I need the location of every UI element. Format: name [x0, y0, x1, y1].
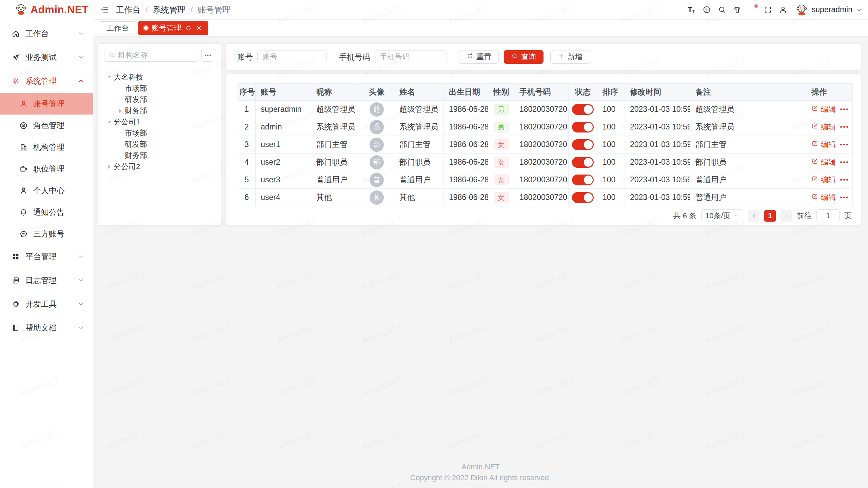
edit-button[interactable]: 编辑: [811, 122, 836, 132]
sidebar-item-label: 业务测试: [25, 52, 77, 63]
navbar-left: 工作台/系统管理/账号管理: [100, 4, 230, 15]
edit-icon: [811, 105, 818, 114]
status-toggle[interactable]: [572, 175, 594, 185]
cell-actions: 编辑: [806, 136, 853, 154]
avatar: 部: [370, 155, 384, 169]
more-actions-button[interactable]: [840, 197, 848, 198]
page-size-select[interactable]: 10条/页: [701, 209, 743, 222]
sidebar-item-workbench[interactable]: 工作台: [0, 22, 93, 45]
tab-close-icon[interactable]: [196, 25, 202, 32]
sidebar-item-account-mgmt[interactable]: 账号管理: [0, 93, 93, 115]
edit-button[interactable]: 编辑: [811, 175, 836, 185]
reset-button[interactable]: 重置: [459, 50, 499, 64]
edit-icon: [811, 158, 818, 167]
account-input[interactable]: [257, 50, 327, 63]
next-page-button[interactable]: [781, 210, 792, 222]
status-toggle[interactable]: [572, 139, 594, 150]
cell-account: user4: [256, 189, 311, 206]
status-toggle[interactable]: [572, 122, 594, 133]
tree-node[interactable]: 大名科技: [104, 72, 214, 83]
page-number-1[interactable]: 1: [764, 210, 776, 222]
add-button[interactable]: 新增: [550, 50, 590, 64]
tab-refresh-icon[interactable]: [185, 25, 192, 32]
tree-node-label: 市场部: [125, 83, 147, 94]
accounts-table-card: 序号账号昵称头像姓名出生日期性别手机号码状态排序修改时间备注操作 1supera…: [225, 74, 861, 226]
page-unit-label: 页: [844, 211, 852, 221]
tree-node[interactable]: 研发部: [104, 94, 214, 105]
column-header: 昵称: [311, 84, 359, 101]
more-actions-button[interactable]: [840, 161, 848, 163]
edit-button[interactable]: 编辑: [811, 192, 836, 203]
breadcrumb-item[interactable]: 工作台: [116, 4, 140, 15]
book-icon: [12, 324, 20, 332]
more-actions-button[interactable]: [840, 179, 848, 181]
tree-node[interactable]: 市场部: [104, 127, 214, 139]
cell-mtime: 2023-01-03 10:59:44: [625, 101, 690, 118]
status-toggle[interactable]: [572, 157, 594, 168]
sidebar-item-notice[interactable]: 通知公告: [0, 201, 93, 223]
cell-status: [569, 189, 597, 206]
status-toggle[interactable]: [572, 104, 594, 115]
phone-input[interactable]: [375, 50, 447, 63]
user-icon[interactable]: [775, 3, 791, 16]
sidebar-item-business-test[interactable]: 业务测试: [0, 45, 93, 69]
user-menu[interactable]: superadmin: [795, 3, 862, 16]
org-search-input[interactable]: [118, 51, 194, 60]
cell-nickname: 系统管理员: [311, 118, 359, 136]
edit-button[interactable]: 编辑: [811, 157, 836, 167]
status-toggle[interactable]: [572, 192, 594, 203]
query-button[interactable]: 查询: [504, 50, 544, 64]
user-icon: [19, 100, 28, 108]
cell-status: [569, 101, 597, 118]
sidebar-item-org-mgmt[interactable]: 机构管理: [0, 136, 93, 158]
prev-page-button[interactable]: [748, 210, 760, 222]
language-icon[interactable]: 中: [699, 3, 714, 16]
goto-page-input[interactable]: [816, 209, 840, 222]
logo[interactable]: Admin.NET: [0, 0, 93, 20]
sidebar-menu: 工作台业务测试系统管理账号管理角色管理机构管理职位管理个人中心通知公告三方账号平…: [0, 20, 93, 340]
cell-account: user3: [256, 171, 311, 189]
sidebar-collapse-icon[interactable]: [100, 5, 109, 14]
sidebar-item-role-mgmt[interactable]: 角色管理: [0, 115, 93, 136]
font-size-icon[interactable]: TT: [684, 3, 699, 16]
cell-remark: 普通用户: [690, 189, 806, 206]
caret-collapsed-icon[interactable]: [105, 162, 114, 171]
notification-icon[interactable]: [745, 3, 760, 16]
tree-node[interactable]: 分公司1: [104, 116, 214, 127]
more-actions-button[interactable]: [840, 144, 848, 145]
cell-name: 部门主管: [394, 136, 444, 154]
tree-node[interactable]: 分公司2: [104, 161, 214, 172]
tree-node[interactable]: 市场部: [104, 83, 214, 94]
sidebar-item-personal-center[interactable]: 个人中心: [0, 180, 93, 201]
cell-name: 其他: [394, 189, 444, 206]
caret-collapsed-icon[interactable]: [116, 106, 125, 115]
sidebar-item-label: 平台管理: [25, 251, 77, 262]
more-actions-button[interactable]: [840, 108, 848, 110]
search-icon[interactable]: [714, 3, 730, 16]
sidebar-item-platform-mgmt[interactable]: 平台管理: [0, 245, 93, 268]
cell-avatar: 部: [359, 154, 394, 171]
tree-node[interactable]: 财务部: [104, 150, 214, 161]
tree-node[interactable]: 研发部: [104, 139, 214, 150]
sidebar-item-log-mgmt[interactable]: 日志管理: [0, 268, 93, 292]
edit-icon: [811, 122, 818, 131]
sidebar-item-label: 帮助文档: [25, 323, 77, 333]
edit-button[interactable]: 编辑: [811, 140, 836, 150]
sidebar-item-position-mgmt[interactable]: 职位管理: [0, 158, 93, 180]
caret-expanded-icon[interactable]: [105, 118, 114, 126]
tree-node[interactable]: 财务部: [104, 105, 214, 116]
sidebar-item-third-party-account[interactable]: 三方账号: [0, 223, 93, 245]
cell-nickname: 部门主管: [311, 136, 359, 154]
fullscreen-icon[interactable]: [760, 3, 775, 16]
caret-expanded-icon[interactable]: [105, 73, 114, 81]
sidebar-item-dev-tools[interactable]: 开发工具: [0, 292, 93, 316]
tab-item[interactable]: 工作台: [100, 21, 135, 35]
tree-more-button[interactable]: [201, 49, 214, 62]
more-actions-button[interactable]: [840, 126, 848, 128]
sidebar-item-help-docs[interactable]: 帮助文档: [0, 316, 93, 340]
breadcrumb-item[interactable]: 系统管理: [153, 4, 185, 15]
theme-icon[interactable]: [730, 3, 745, 16]
sidebar-item-system-admin[interactable]: 系统管理: [0, 69, 93, 93]
tab-active[interactable]: 账号管理: [138, 21, 208, 35]
edit-button[interactable]: 编辑: [811, 104, 836, 115]
